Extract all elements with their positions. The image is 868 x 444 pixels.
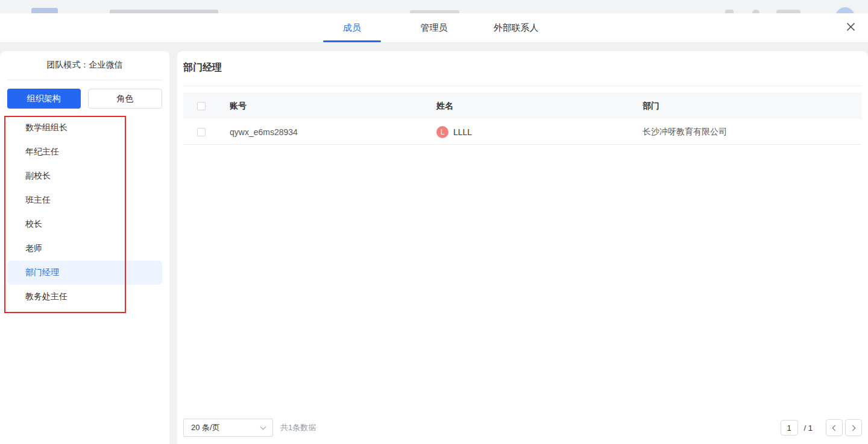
- divider: [7, 80, 162, 80]
- current-page-input[interactable]: 1: [781, 420, 798, 436]
- role-item[interactable]: 班主任: [7, 188, 162, 212]
- column-header-department: 部门: [643, 101, 862, 112]
- pagination-bar: 20 条/页 共1条数据 1 / 1: [177, 419, 868, 444]
- role-item[interactable]: 副校长: [7, 164, 162, 188]
- member-management-modal: 成员 管理员 外部联系人 团队模式：企业微信 组织架构 角色 数学组组长: [0, 13, 868, 444]
- tab-external-contacts[interactable]: 外部联系人: [487, 13, 545, 42]
- background-topbar: [0, 0, 868, 13]
- members-table: 账号 姓名 部门 qywx_e6ms28934 L LLLL 长沙冲呀教育有限公…: [183, 92, 862, 145]
- total-pages-label: / 1: [804, 423, 813, 433]
- page-size-value: 20 条/页: [191, 422, 220, 433]
- main-title-wrap: 部门经理: [183, 51, 862, 86]
- page-size-select[interactable]: 20 条/页: [183, 419, 273, 437]
- user-avatar: L: [436, 126, 448, 138]
- chevron-down-icon: [260, 424, 266, 430]
- role-item[interactable]: 数学组组长: [7, 116, 162, 140]
- total-count-label: 共1条数据: [280, 422, 316, 433]
- role-item[interactable]: 年纪主任: [7, 140, 162, 164]
- column-header-name: 姓名: [436, 101, 643, 112]
- close-button[interactable]: [843, 20, 858, 36]
- role-item[interactable]: 教务处主任: [7, 285, 162, 309]
- tab-bar: 成员 管理员 外部联系人: [311, 13, 557, 42]
- view-switch: 组织架构 角色: [7, 89, 162, 109]
- cell-account: qywx_e6ms28934: [230, 127, 436, 137]
- chevron-right-icon: [850, 425, 856, 431]
- close-icon: [846, 22, 855, 34]
- pager-buttons: [826, 419, 862, 436]
- select-all-checkbox[interactable]: [197, 102, 206, 110]
- role-list: 数学组组长 年纪主任 副校长 班主任 校长 老师 部门经理 教务处主任: [0, 116, 169, 309]
- sidebar: 团队模式：企业微信 组织架构 角色 数学组组长 年纪主任 副校长 班主任 校长 …: [0, 51, 169, 444]
- user-name: LLLL: [453, 127, 472, 137]
- role-item[interactable]: 老师: [7, 236, 162, 261]
- chevron-left-icon: [832, 425, 838, 431]
- modal-header: 成员 管理员 外部联系人: [0, 13, 868, 43]
- tab-members[interactable]: 成员: [323, 13, 381, 42]
- table-row[interactable]: qywx_e6ms28934 L LLLL 长沙冲呀教育有限公司: [183, 119, 862, 145]
- page-title: 部门经理: [183, 62, 862, 86]
- tab-administrators[interactable]: 管理员: [405, 13, 463, 42]
- row-checkbox[interactable]: [197, 128, 206, 136]
- main-panel: 部门经理 账号 姓名 部门 qywx_e6ms28934: [177, 51, 868, 444]
- cell-name: L LLLL: [436, 126, 643, 138]
- background-user-avatar: [835, 7, 855, 13]
- next-page-button[interactable]: [845, 419, 862, 436]
- background-logo-placeholder: [31, 8, 58, 13]
- org-structure-button[interactable]: 组织架构: [7, 89, 81, 109]
- table-header-row: 账号 姓名 部门: [183, 92, 862, 119]
- prev-page-button[interactable]: [826, 419, 843, 436]
- role-item[interactable]: 校长: [7, 212, 162, 236]
- team-mode-label: 团队模式：企业微信: [0, 51, 169, 80]
- cell-department: 长沙冲呀教育有限公司: [643, 127, 862, 138]
- column-header-account: 账号: [230, 101, 436, 112]
- role-item-selected[interactable]: 部门经理: [7, 261, 162, 285]
- role-button[interactable]: 角色: [88, 89, 163, 109]
- modal-body: 团队模式：企业微信 组织架构 角色 数学组组长 年纪主任 副校长 班主任 校长 …: [0, 43, 868, 444]
